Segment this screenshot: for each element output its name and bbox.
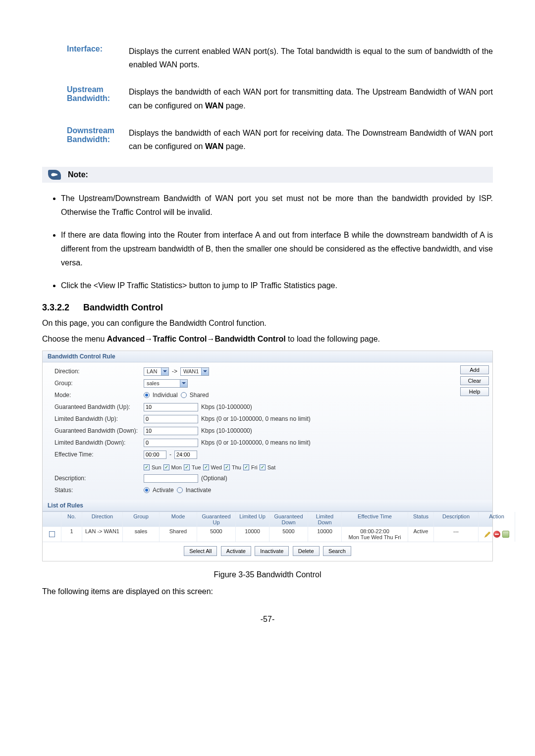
gbd-input[interactable] bbox=[144, 427, 198, 435]
chevron-down-icon bbox=[201, 368, 209, 375]
search-button[interactable]: Search bbox=[323, 546, 351, 556]
group-select[interactable]: sales bbox=[144, 379, 188, 388]
mode-shared-radio[interactable] bbox=[181, 392, 187, 398]
day-fri-checkbox[interactable] bbox=[243, 464, 249, 470]
hand-point-icon bbox=[48, 170, 61, 180]
status-inactivate-radio[interactable] bbox=[177, 487, 183, 493]
direction-from-select[interactable]: LAN bbox=[144, 367, 169, 376]
panel-header-rule: Bandwidth Control Rule bbox=[43, 351, 492, 362]
panel-header-list: List of Rules bbox=[43, 500, 492, 511]
label-gbd: Guaranteed Bandwidth (Down): bbox=[54, 427, 144, 434]
description-input[interactable] bbox=[144, 474, 198, 483]
day-wed-checkbox[interactable] bbox=[203, 464, 209, 470]
def-interface-label: Interface: bbox=[42, 45, 129, 71]
lbd-hint: Kbps (0 or 10-1000000, 0 means no limit) bbox=[201, 439, 311, 446]
add-button[interactable]: Add bbox=[460, 365, 489, 374]
label-status: Status: bbox=[54, 487, 144, 494]
def-interface-body: Displays the current enabled WAN port(s)… bbox=[129, 45, 493, 71]
activate-button[interactable]: Activate bbox=[221, 546, 251, 556]
def-upstream-body: Displays the bandwidth of each WAN port … bbox=[129, 85, 493, 112]
day-thu-checkbox[interactable] bbox=[224, 464, 230, 470]
page-number: -57- bbox=[42, 615, 493, 624]
note-list: The Upstream/Downstream Bandwidth of WAN… bbox=[42, 192, 493, 293]
lbu-input[interactable] bbox=[144, 415, 198, 423]
note-item: Click the <View IP Traffic Statistics> b… bbox=[61, 279, 493, 293]
def-downstream-body: Displays the bandwidth of each WAN port … bbox=[129, 126, 493, 153]
lbd-input[interactable] bbox=[144, 439, 198, 447]
mode-shared-label: Shared bbox=[190, 392, 209, 399]
table-header: No. Direction Group Mode Guaranteed Up L… bbox=[43, 511, 492, 527]
day-mon-checkbox[interactable] bbox=[163, 464, 169, 470]
gbu-hint: Kbps (10-1000000) bbox=[201, 403, 252, 410]
label-lbu: Limited Bandwidth (Up): bbox=[54, 415, 144, 422]
figure-caption: Figure 3-35 Bandwidth Control bbox=[42, 570, 493, 579]
gbd-hint: Kbps (10-1000000) bbox=[201, 427, 252, 434]
day-sun-checkbox[interactable] bbox=[144, 464, 150, 470]
closing-text: The following items are displayed on thi… bbox=[42, 587, 493, 596]
note-title: Note: bbox=[68, 170, 88, 179]
eff-from-input[interactable] bbox=[144, 451, 166, 459]
gbu-input[interactable] bbox=[144, 403, 198, 411]
direction-arrow: -> bbox=[172, 368, 177, 375]
copy-icon[interactable] bbox=[502, 531, 509, 538]
note-item: The Upstream/Downstream Bandwidth of WAN… bbox=[61, 192, 493, 219]
ui-panel: Bandwidth Control Rule Direction: LAN ->… bbox=[42, 351, 493, 561]
day-tue-checkbox[interactable] bbox=[184, 464, 190, 470]
mode-individual-radio[interactable] bbox=[144, 392, 150, 398]
label-gbu: Guaranteed Bandwidth (Up): bbox=[54, 403, 144, 410]
description-hint: (Optional) bbox=[201, 475, 227, 482]
note-header: Note: bbox=[42, 167, 493, 183]
delete-icon[interactable] bbox=[493, 531, 500, 538]
def-downstream-label: DownstreamBandwidth: bbox=[42, 126, 129, 153]
edit-icon[interactable] bbox=[484, 531, 491, 538]
chevron-down-icon bbox=[180, 380, 187, 387]
intro-path: Choose the menu Advanced→Traffic Control… bbox=[42, 335, 493, 344]
def-upstream-label: UpstreamBandwidth: bbox=[42, 85, 129, 112]
select-all-button[interactable]: Select All bbox=[184, 546, 217, 556]
eff-to-input[interactable] bbox=[174, 451, 197, 459]
section-heading: 3.3.2.2Bandwidth Control bbox=[42, 302, 493, 313]
label-effective-time: Effective Time: bbox=[54, 451, 144, 458]
inactivate-button[interactable]: Inactivate bbox=[255, 546, 289, 556]
lbu-hint: Kbps (0 or 10-1000000, 0 means no limit) bbox=[201, 415, 311, 422]
label-group: Group: bbox=[54, 380, 144, 387]
label-mode: Mode: bbox=[54, 392, 144, 399]
chevron-down-icon bbox=[161, 368, 168, 375]
row-select-checkbox[interactable] bbox=[49, 531, 55, 537]
day-sat-checkbox[interactable] bbox=[260, 464, 266, 470]
eff-separator: - bbox=[169, 451, 171, 458]
status-inactivate-label: Inactivate bbox=[186, 487, 211, 494]
label-lbd: Limited Bandwidth (Down): bbox=[54, 439, 144, 446]
label-direction: Direction: bbox=[54, 368, 144, 375]
table-row: 1 LAN -> WAN1 sales Shared 5000 10000 50… bbox=[43, 527, 492, 542]
clear-button[interactable]: Clear bbox=[460, 376, 489, 385]
note-item: If there are data flowing into the Route… bbox=[61, 228, 493, 270]
intro-text: On this page, you can configure the Band… bbox=[42, 319, 493, 328]
status-activate-radio[interactable] bbox=[144, 487, 150, 493]
label-description: Description: bbox=[54, 475, 144, 482]
mode-individual-label: Individual bbox=[153, 392, 178, 399]
direction-to-select[interactable]: WAN1 bbox=[180, 367, 209, 376]
status-activate-label: Activate bbox=[153, 487, 174, 494]
help-button[interactable]: Help bbox=[460, 387, 489, 396]
delete-button[interactable]: Delete bbox=[293, 546, 320, 556]
